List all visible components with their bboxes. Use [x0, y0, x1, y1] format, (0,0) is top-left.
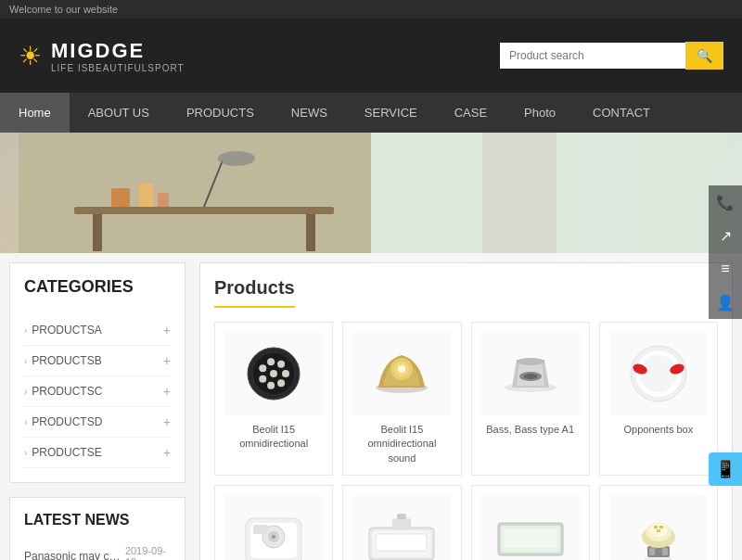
logo-title: MIGDGE [51, 39, 185, 63]
product-card[interactable]: Beolit I15 omnidirectional sound [342, 322, 461, 476]
news-item: Panasonic may curb so 2019-09-18 [24, 540, 171, 560]
search-button[interactable]: 🔍 [685, 42, 723, 70]
svg-point-19 [267, 358, 275, 365]
svg-rect-52 [662, 548, 668, 555]
svg-point-18 [259, 364, 266, 372]
product-card[interactable]: Beolit I15 omnidirectional [214, 322, 333, 476]
product-image [481, 495, 580, 560]
svg-rect-10 [482, 133, 556, 253]
navbar: Home ABOUT US PRODUCTS NEWS SERVICE CASE… [0, 93, 742, 133]
svg-rect-48 [505, 529, 556, 548]
product-card[interactable]: Opponents box [599, 322, 718, 476]
svg-rect-11 [575, 133, 631, 253]
logo-subtitle: LIFE ISBEAUTIFULSPORT [51, 63, 185, 73]
svg-point-39 [272, 535, 275, 539]
svg-point-14 [282, 370, 289, 377]
product-name: Beolit I15 omnidirectional [224, 423, 323, 452]
search-input[interactable] [500, 43, 685, 69]
product-card[interactable]: Spring up across the [599, 485, 718, 560]
nav-home[interactable]: Home [0, 93, 70, 133]
svg-point-16 [267, 382, 275, 389]
svg-point-15 [277, 379, 285, 387]
news-list: Panasonic may curb so 2019-09-18 Apple s… [24, 540, 171, 560]
category-item[interactable]: › PRODUCTSA+ [24, 315, 171, 346]
svg-point-21 [270, 370, 277, 377]
svg-rect-45 [397, 514, 406, 519]
nav-products[interactable]: PRODUCTS [168, 93, 273, 133]
svg-point-17 [259, 375, 266, 383]
nav-news[interactable]: NEWS [273, 93, 346, 133]
product-image [224, 495, 323, 560]
product-name: Beolit I15 omnidirectional sound [352, 423, 451, 465]
nav-contact[interactable]: CONTACT [574, 93, 669, 133]
svg-rect-44 [392, 518, 411, 529]
product-card[interactable]: BeoPlay two speakers [214, 485, 333, 560]
product-card[interactable]: Bass, Bass type A1 [471, 322, 590, 476]
product-card[interactable]: BeoPlay A9 wireless [342, 485, 461, 560]
top-bar-text: Welcome to our website [9, 4, 118, 15]
svg-rect-8 [139, 184, 153, 207]
products-grid: Beolit I15 omnidirectional Beolit I15 om… [214, 322, 718, 560]
news-date: 2019-09-18 [125, 545, 171, 560]
svg-rect-3 [93, 214, 102, 251]
svg-point-32 [640, 355, 677, 392]
side-icons: 📞 ↗ ≡ 👤 [709, 185, 742, 319]
share-icon[interactable]: ↗ [709, 219, 742, 252]
category-item[interactable]: › PRODUCTSC+ [24, 376, 171, 407]
svg-point-25 [398, 365, 405, 373]
banner [0, 133, 742, 253]
phone-icon[interactable]: 📞 [709, 185, 742, 219]
product-card[interactable]: Beosound rotation [471, 485, 590, 560]
category-item[interactable]: › PRODUCTSB+ [24, 346, 171, 376]
svg-point-29 [523, 374, 538, 379]
products-section: Products Beolit I15 omnidirectional Beol… [199, 262, 733, 560]
product-image [224, 332, 323, 415]
product-image [352, 495, 451, 560]
svg-rect-51 [649, 548, 655, 555]
product-name: Bass, Bass type A1 [481, 423, 580, 437]
nav-case[interactable]: CASE [436, 93, 505, 133]
svg-rect-56 [654, 526, 658, 528]
svg-rect-7 [111, 188, 130, 207]
main-content: CATEGORIES › PRODUCTSA+› PRODUCTSB+› PRO… [0, 253, 742, 560]
product-name: Opponents box [609, 423, 708, 437]
nav-service[interactable]: SERVICE [346, 93, 436, 133]
top-bar: Welcome to our website [0, 0, 742, 19]
svg-rect-2 [74, 207, 334, 214]
svg-point-20 [277, 361, 285, 368]
logo-icon: ☀ [19, 41, 42, 71]
svg-rect-58 [657, 529, 660, 532]
float-mobile-button[interactable]: 📱 [709, 452, 742, 486]
logo-text: MIGDGE LIFE ISBEAUTIFULSPORT [51, 39, 185, 73]
svg-rect-4 [306, 214, 315, 251]
product-image [609, 495, 708, 560]
svg-rect-43 [376, 534, 427, 551]
category-item[interactable]: › PRODUCTSD+ [24, 407, 171, 438]
svg-point-6 [218, 151, 255, 166]
news-panel: LATEST NEWS Panasonic may curb so 2019-0… [9, 497, 186, 560]
news-title-text[interactable]: Panasonic may curb so [24, 550, 125, 560]
product-image [481, 332, 580, 415]
product-image [609, 332, 708, 415]
svg-rect-0 [19, 133, 371, 253]
svg-point-27 [517, 358, 544, 365]
product-image [352, 332, 451, 415]
logo: ☀ MIGDGE LIFE ISBEAUTIFULSPORT [19, 39, 185, 73]
category-item[interactable]: › PRODUCTSE+ [24, 438, 171, 468]
banner-svg [19, 133, 723, 253]
sidebar: CATEGORIES › PRODUCTSA+› PRODUCTSB+› PRO… [9, 262, 186, 560]
products-header: Products [214, 277, 295, 308]
categories-panel: CATEGORIES › PRODUCTSA+› PRODUCTSB+› PRO… [9, 262, 186, 483]
nav-photo[interactable]: Photo [505, 93, 574, 133]
user-icon[interactable]: 👤 [709, 286, 742, 319]
svg-rect-57 [659, 526, 663, 528]
categories-list: › PRODUCTSA+› PRODUCTSB+› PRODUCTSC+› PR… [24, 315, 171, 468]
news-title: LATEST NEWS [24, 512, 171, 528]
list-icon[interactable]: ≡ [709, 252, 742, 286]
svg-rect-9 [158, 193, 169, 207]
search-bar: 🔍 [500, 42, 723, 70]
header: ☀ MIGDGE LIFE ISBEAUTIFULSPORT 🔍 [0, 19, 742, 93]
svg-rect-40 [253, 525, 268, 534]
categories-title: CATEGORIES [24, 277, 171, 301]
nav-about[interactable]: ABOUT US [70, 93, 168, 133]
